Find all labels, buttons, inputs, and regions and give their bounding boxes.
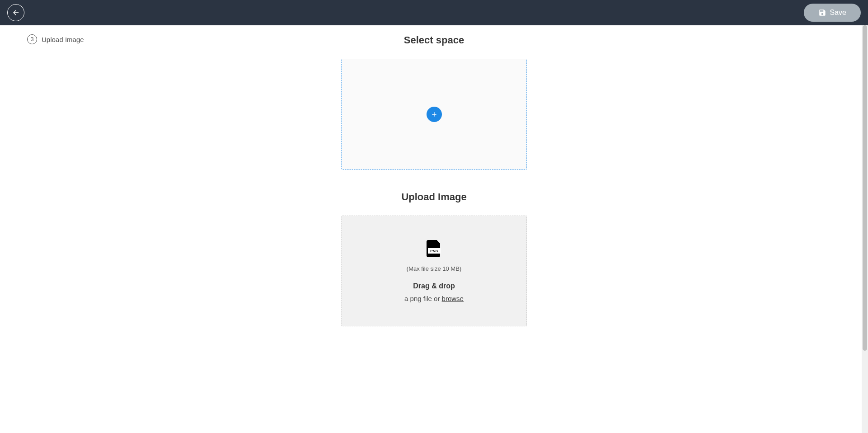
browse-line: a png file or browse <box>404 295 464 302</box>
save-button[interactable]: Save <box>804 4 861 22</box>
header: Save <box>0 0 868 25</box>
arrow-left-icon <box>12 9 20 17</box>
upload-image-title: Upload Image <box>401 191 466 203</box>
drag-drop-text: Drag & drop <box>413 282 455 290</box>
plus-icon <box>431 111 438 118</box>
main: Select space Upload Image <box>109 25 868 433</box>
scrollbar-thumb[interactable] <box>863 25 867 351</box>
file-type-text: a png file or <box>404 295 442 302</box>
save-icon <box>818 9 826 17</box>
svg-text:PNG: PNG <box>430 249 438 253</box>
save-button-label: Save <box>830 9 846 17</box>
add-space-button[interactable] <box>427 107 442 122</box>
step-item-upload-image[interactable]: 3 Upload Image <box>27 34 109 44</box>
sidebar: 3 Upload Image <box>0 25 109 433</box>
png-file-icon: PNG <box>427 240 442 259</box>
content: 3 Upload Image Select space Upload Image <box>0 25 868 433</box>
upload-image-section: Upload Image PNG (Max file size 10 MB) D… <box>342 191 527 326</box>
upload-image-dropzone[interactable]: PNG (Max file size 10 MB) Drag & drop a … <box>342 216 527 326</box>
select-space-title: Select space <box>404 34 464 46</box>
select-space-section: Select space <box>342 34 527 191</box>
step-label: Upload Image <box>42 36 84 43</box>
max-file-size-text: (Max file size 10 MB) <box>407 265 461 272</box>
scrollbar[interactable] <box>862 25 868 433</box>
back-button[interactable] <box>7 4 24 21</box>
select-space-dropzone[interactable] <box>342 59 527 169</box>
browse-link[interactable]: browse <box>442 295 464 302</box>
step-number: 3 <box>27 34 37 44</box>
